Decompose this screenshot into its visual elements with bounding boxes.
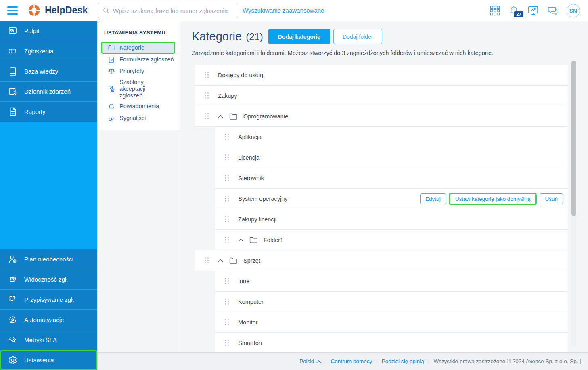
table-row[interactable]: Inne [215,271,568,292]
table-row[interactable]: Smartfon [215,333,568,352]
table-row-folder[interactable]: Sprzęt [195,250,568,271]
sidebar-item-metryki-sla[interactable]: Metryki SLA [0,330,97,350]
drag-handle-icon[interactable] [225,299,229,305]
table-row-hovered[interactable]: System operacyjny Edytuj Ustaw kategorię… [215,189,568,209]
sidebar-item-pulpit[interactable]: Pulpit [0,21,97,41]
automation-icon [8,315,17,325]
settings-nav-item-powiadomienia[interactable]: Powiadomienia [97,101,180,112]
settings-nav-item-label: Formularze zgłoszeń [119,56,174,63]
sidebar-item-zgloszenia[interactable]: Zgłoszenia [0,41,97,61]
main-sidebar: Pulpit Zgłoszenia Baza wiedzy [0,21,97,370]
settings-nav-item-sygnalisci[interactable]: Sygnaliści [97,112,180,124]
folder-icon [229,257,238,264]
category-count: (21) [246,31,263,42]
edit-button[interactable]: Edytuj [420,193,446,204]
sidebar-item-label: Przypisywanie zgł. [24,296,74,303]
chat-icon[interactable] [547,5,558,16]
approval-template-icon [108,85,115,92]
add-category-button[interactable]: Dodaj kategorię [268,29,330,44]
sidebar-item-label: Plan nieobecności [24,256,73,263]
drag-handle-icon[interactable] [205,257,209,264]
settings-nav-item-kategorie[interactable]: Kategorie [101,42,175,54]
table-row[interactable]: Licencja [215,147,568,168]
book-icon [8,67,17,76]
search-box[interactable] [98,3,238,18]
avatar[interactable]: SN [567,4,580,17]
advanced-search-link[interactable]: Wyszukiwanie zaawansowane [243,7,324,14]
sidebar-item-automatyzacje[interactable]: Automatyzacje [0,310,97,330]
visibility-icon [8,275,17,284]
table-row-folder[interactable]: Folder1 [215,230,568,250]
monitor-icon[interactable] [527,5,539,16]
brand-logo[interactable]: HelpDesk [27,4,88,17]
drag-handle-icon[interactable] [205,92,209,99]
category-label: Sterownik [238,175,264,181]
bell-icon[interactable]: 27 [508,5,519,16]
language-label: Polski [299,358,314,364]
user-absence-icon [8,254,17,264]
apps-grid-icon[interactable] [490,6,500,16]
folder-label: Sprzęt [243,257,260,264]
settings-nav-item-priorytety[interactable]: Priorytety [97,65,180,77]
copyright-text: Wszystkie prawa zastrzeżone © 2024 Axenc… [433,358,582,364]
table-row[interactable]: Aplikacja [215,127,568,147]
topbar-icons: 27 SN [490,0,580,21]
table-row[interactable]: Monitor [215,312,568,333]
language-selector[interactable]: Polski [299,358,321,364]
main-content: Kategorie (21) Dodaj kategorię Dodaj fol… [180,21,588,352]
sidebar-item-label: Dziennik zdarzeń [24,88,71,95]
search-input[interactable] [113,7,234,14]
page-title: Kategorie [192,30,242,43]
drag-handle-icon[interactable] [205,113,209,120]
drag-handle-icon[interactable] [225,319,229,326]
table-row[interactable]: Zakupy [195,86,568,106]
delete-button[interactable]: Usuń [540,193,563,204]
chevron-up-icon [316,360,321,363]
footer-separator: | [428,358,430,364]
sidebar-item-widocznosc-zgl[interactable]: Widoczność zgł. [0,269,97,289]
sidebar-item-raporty[interactable]: Raporty [0,102,97,122]
settings-nav-item-szablony[interactable]: Szablony akceptacji zgłoszeń [97,77,180,101]
chevron-up-icon[interactable] [218,115,223,118]
sidebar-item-label: Ustawienia [24,357,54,364]
category-label: Aplikacja [238,134,262,140]
sidebar-item-label: Raporty [24,108,46,115]
page-description: Zarządzanie kategoriami i folderami. Moż… [192,50,577,56]
drag-handle-icon[interactable] [205,72,209,78]
category-label: Monitor [238,319,257,326]
sidebar-item-baza-wiedzy[interactable]: Baza wiedzy [0,61,97,81]
drag-handle-icon[interactable] [225,216,229,223]
category-label: Dostępy do usług [218,72,263,78]
chevron-up-icon[interactable] [238,238,243,242]
drag-handle-icon[interactable] [225,196,229,202]
brand-name: HelpDesk [45,5,88,16]
table-row[interactable]: Komputer [215,292,568,312]
drag-handle-icon[interactable] [225,134,229,140]
settings-nav-item-formularze[interactable]: Formularze zgłoszeń [97,54,180,65]
table-row[interactable]: Dostępy do usług [195,65,568,86]
drag-handle-icon[interactable] [225,154,229,161]
sidebar-item-dziennik-zdarzen[interactable]: Dziennik zdarzeń [0,82,97,101]
chevron-up-icon[interactable] [218,259,223,262]
table-row-folder[interactable]: Oprogramowanie [195,106,568,127]
settings-nav-item-label: Szablony akceptacji zgłoszeń [119,79,169,99]
scrollbar-track[interactable] [571,61,576,346]
help-center-link[interactable]: Centrum pomocy [331,358,372,364]
drag-handle-icon[interactable] [225,278,229,284]
set-default-category-button[interactable]: Ustaw kategorię jako domyślną [450,194,536,204]
drag-handle-icon[interactable] [225,237,229,243]
add-folder-button[interactable]: Dodaj folder [333,29,383,44]
table-row[interactable]: Sterownik [215,168,568,189]
settings-nav-item-label: Sygnaliści [119,115,146,122]
scrollbar-thumb[interactable] [571,61,576,216]
sidebar-item-plan-nieobecnosci[interactable]: Plan nieobecności [0,249,97,269]
feedback-link[interactable]: Podziel się opinią [382,358,424,364]
journal-check-icon [8,87,17,97]
sidebar-item-ustawienia[interactable]: Ustawienia [0,350,97,370]
table-row[interactable]: Zakupy licencji [215,209,568,230]
sidebar-item-przypisywanie-zgl[interactable]: Przypisywanie zgł. [0,290,97,309]
menu-icon[interactable] [7,6,18,15]
drag-handle-icon[interactable] [225,175,229,181]
drag-handle-icon[interactable] [225,340,229,346]
sidebar-item-label: Widoczność zgł. [24,276,68,283]
